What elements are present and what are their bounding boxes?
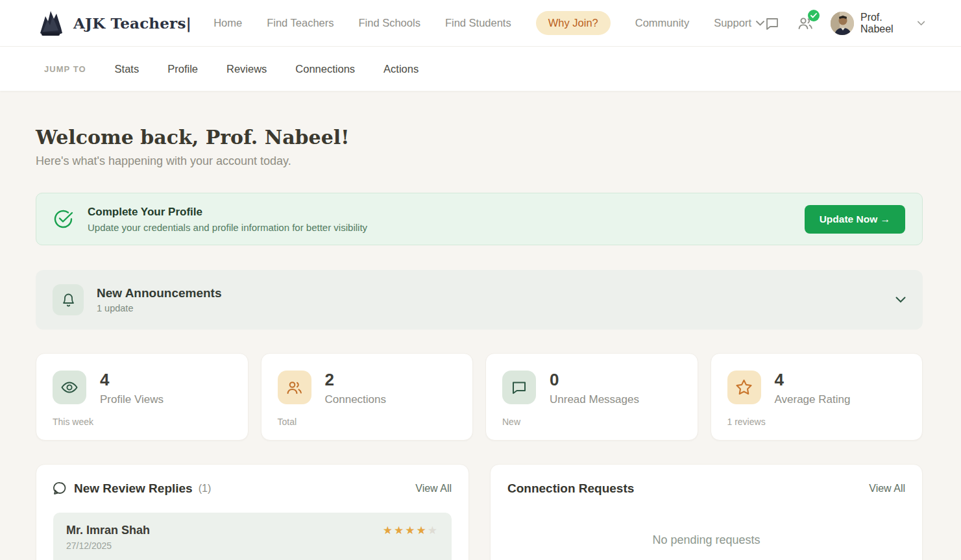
stat-footer: Total [278, 417, 457, 427]
jump-item-actions[interactable]: Actions [383, 63, 419, 75]
connections-view-all-link[interactable]: View All [869, 483, 905, 494]
nav-link-find-schools[interactable]: Find Schools [359, 17, 420, 29]
review-replies-count: (1) [199, 483, 212, 494]
nav-link-support[interactable]: Support [714, 17, 764, 29]
stats-row: 4 Profile Views This week 2 Connections … [36, 353, 923, 441]
nav-right-links: Community Support [635, 17, 764, 29]
review-stars: ★★★★★ [383, 524, 439, 537]
jump-to-label: JUMP TO [44, 64, 86, 74]
speech-bubble-icon [53, 481, 67, 495]
stat-label: Average Rating [775, 393, 851, 406]
reviewer-name: Mr. Imran Shah [66, 524, 150, 537]
stat-card-connections: 2 Connections Total [261, 353, 474, 441]
stat-value: 0 [550, 371, 639, 389]
page-subtitle: Here's what's happening with your accoun… [36, 154, 923, 168]
nav-icons: Prof. Nabeel [764, 12, 925, 35]
user-chevron-down-icon [918, 21, 925, 26]
nav-link-find-students[interactable]: Find Students [445, 17, 511, 29]
star-icon [727, 371, 761, 404]
announcements-accordion[interactable]: New Announcements 1 update [36, 270, 923, 330]
check-circle-icon [53, 209, 73, 229]
stat-label: Connections [325, 393, 387, 406]
announcements-title: New Announcements [97, 286, 222, 300]
chevron-down-icon [756, 21, 764, 26]
stat-footer: This week [53, 417, 232, 427]
stat-footer: 1 reviews [727, 417, 906, 427]
complete-profile-banner: Complete Your Profile Update your creden… [36, 193, 923, 245]
connection-requests-title: Connection Requests [507, 481, 634, 496]
banner-subtitle: Update your credentials and profile info… [88, 222, 367, 233]
stat-card-profile-views: 4 Profile Views This week [36, 353, 249, 441]
bell-icon [53, 284, 84, 315]
avatar [831, 12, 854, 35]
user-menu[interactable]: Prof. Nabeel [831, 12, 925, 35]
announcements-count: 1 update [97, 303, 222, 313]
update-now-button[interactable]: Update Now → [805, 205, 905, 234]
empty-state-text: No pending requests [507, 533, 905, 547]
connection-requests-panel: Connection Requests View All No pending … [490, 464, 923, 560]
jump-item-stats[interactable]: Stats [115, 63, 140, 75]
nav-link-community[interactable]: Community [635, 17, 689, 29]
brand[interactable]: AJK Teachers| [36, 8, 191, 38]
brand-name: AJK Teachers| [73, 14, 191, 32]
page-title: Welcome back, Prof. Nabeel! [36, 126, 923, 149]
jump-item-reviews[interactable]: Reviews [226, 63, 267, 75]
users-icon [278, 371, 311, 404]
stat-value: 4 [100, 371, 164, 389]
stat-footer: New [502, 417, 681, 427]
connections-icon[interactable] [797, 16, 814, 31]
review-replies-panel: New Review Replies (1) View All Mr. Imra… [36, 464, 469, 560]
reviews-view-all-link[interactable]: View All [415, 483, 452, 494]
bottom-row: New Review Replies (1) View All Mr. Imra… [36, 464, 923, 560]
top-navbar: AJK Teachers| Home Find Teachers Find Sc… [0, 0, 961, 47]
stat-value: 2 [325, 371, 387, 389]
user-name: Prof. Nabeel [860, 12, 911, 35]
jump-nav: JUMP TO Stats Profile Reviews Connection… [0, 47, 961, 91]
banner-text: Complete Your Profile Update your creden… [88, 206, 367, 233]
brand-logo-icon [36, 8, 65, 38]
eye-icon [53, 371, 86, 404]
review-replies-title: New Review Replies [74, 481, 193, 496]
why-join-button[interactable]: Why Join? [536, 11, 611, 35]
announcements-text: New Announcements 1 update [97, 286, 222, 313]
chat-icon [502, 371, 536, 404]
stat-label: Unread Messages [550, 393, 639, 406]
stat-card-unread-messages: 0 Unread Messages New [485, 353, 698, 441]
jump-item-connections[interactable]: Connections [295, 63, 355, 75]
nav-link-home[interactable]: Home [213, 17, 242, 29]
stat-card-average-rating: 4 Average Rating 1 reviews [711, 353, 923, 441]
main-nav: Home Find Teachers Find Schools Find Stu… [213, 17, 511, 29]
announcements-chevron-down-icon[interactable] [895, 297, 906, 303]
main-content: Welcome back, Prof. Nabeel! Here's what'… [0, 91, 961, 560]
banner-title: Complete Your Profile [88, 206, 367, 219]
stat-label: Profile Views [100, 393, 164, 406]
review-date: 27/12/2025 [66, 541, 439, 551]
review-item[interactable]: Mr. Imran Shah ★★★★★ 27/12/2025 Thank yo… [53, 513, 452, 560]
nav-link-find-teachers[interactable]: Find Teachers [267, 17, 334, 29]
jump-item-profile[interactable]: Profile [167, 63, 198, 75]
support-label: Support [714, 17, 751, 29]
verified-badge-icon [808, 10, 820, 21]
stat-value: 4 [775, 371, 851, 389]
messages-icon[interactable] [764, 16, 780, 31]
